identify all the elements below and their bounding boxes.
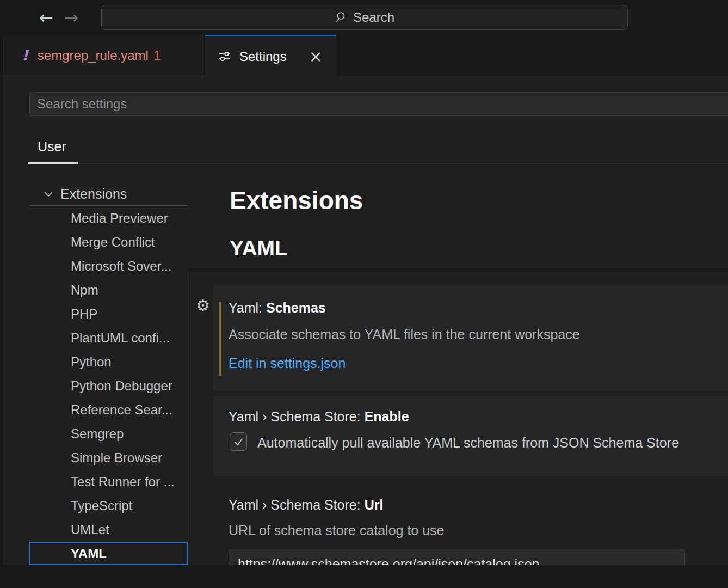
page-title: Extensions — [230, 187, 363, 214]
toc-item-reference-sear[interactable]: Reference Sear... — [29, 398, 188, 422]
toc-divider — [29, 205, 188, 206]
problems-exclamation-icon: ! — [22, 47, 28, 64]
settings-search-input[interactable] — [29, 92, 728, 116]
tab-error-count-badge: 1 — [153, 48, 161, 63]
tab-settings[interactable]: Settings × — [205, 35, 336, 76]
title-bar: ← → Search — [0, 0, 728, 35]
vscode-window: ← → Search ! semgrep_rule.yaml 1 — [0, 0, 728, 588]
setting-title: Yaml › Schema Store: Enable — [229, 408, 409, 425]
tab-bar: ! semgrep_rule.yaml 1 Settings × — [4, 35, 728, 76]
command-center-search[interactable]: Search — [101, 5, 628, 30]
setting-name: Schemas — [266, 300, 326, 315]
tab-filename: semgrep_rule.yaml — [38, 48, 149, 63]
tab-semgrep-rule-yaml[interactable]: ! semgrep_rule.yaml 1 — [4, 35, 205, 76]
command-center-label: Search — [353, 10, 394, 25]
settings-editor: User Extensions Media PreviewerMerge Con… — [4, 76, 728, 565]
toc-item-php[interactable]: PHP — [29, 302, 188, 326]
setting-category: Yaml: — [229, 300, 266, 315]
toc-item-umlet[interactable]: UMLet — [29, 518, 188, 542]
setting-title: Yaml › Schema Store: Url — [229, 497, 383, 513]
setting-row-yaml-schemas: Yaml: Schemas Associate schemas to YAML … — [213, 285, 728, 391]
chevron-down-icon — [44, 191, 53, 197]
forward-icon[interactable]: → — [64, 9, 78, 26]
bottom-strip — [0, 565, 728, 588]
toc-item-test-runner-for[interactable]: Test Runner for ... — [29, 470, 188, 494]
setting-category: Yaml › Schema Store: — [229, 409, 365, 424]
toc-item-simple-browser[interactable]: Simple Browser — [29, 446, 188, 470]
nav-arrows: ← → — [39, 0, 78, 35]
enable-checkbox[interactable] — [230, 432, 247, 451]
setting-name: Url — [365, 497, 384, 512]
back-icon[interactable]: ← — [39, 9, 53, 26]
settings-sliders-icon — [218, 50, 232, 64]
toc-item-plantuml-confi[interactable]: PlantUML confi... — [29, 326, 188, 350]
toc-item-microsoft-sover[interactable]: Microsoft Sover... — [29, 254, 188, 278]
scope-tab-user[interactable]: User — [38, 138, 66, 155]
tab-label: Settings — [239, 49, 287, 64]
toc-item-merge-conflict[interactable]: Merge Conflict — [29, 230, 188, 254]
toc-item-media-previewer[interactable]: Media Previewer — [29, 206, 188, 230]
scope-tabs-border — [28, 163, 728, 164]
edit-in-settings-json-link[interactable]: Edit in settings.json — [229, 355, 346, 371]
heading-divider — [188, 268, 728, 272]
setting-row-schema-store-enable: Yaml › Schema Store: Enable Automaticall… — [213, 396, 728, 476]
close-icon[interactable]: × — [309, 48, 323, 65]
toc-header-label: Extensions — [60, 186, 127, 202]
gear-icon[interactable]: ⚙ — [194, 296, 212, 315]
toc-header-extensions[interactable]: Extensions — [29, 183, 188, 205]
schema-store-url-input[interactable] — [229, 549, 685, 565]
toc-item-python[interactable]: Python — [29, 350, 188, 374]
checkmark-icon — [233, 436, 244, 448]
toc-item-python-debugger[interactable]: Python Debugger — [29, 374, 188, 398]
toc-list: Media PreviewerMerge ConflictMicrosoft S… — [29, 206, 188, 565]
section-title: YAML — [230, 236, 288, 260]
toc-right-border — [188, 273, 188, 565]
modified-indicator-bar — [219, 302, 221, 376]
setting-title: Yaml: Schemas — [229, 299, 326, 316]
sidebar-edge — [0, 35, 4, 565]
toc-item-yaml[interactable]: YAML — [29, 542, 188, 565]
toc-item-typescript[interactable]: TypeScript — [29, 494, 188, 518]
setting-name: Enable — [365, 409, 409, 424]
setting-description: URL of schema store catalog to use — [229, 522, 445, 538]
toc-item-npm[interactable]: Npm — [29, 278, 188, 302]
setting-category: Yaml › Schema Store: — [229, 497, 365, 512]
toc-item-semgrep[interactable]: Semgrep — [29, 422, 188, 446]
checkbox-label: Automatically pull available YAML schema… — [257, 434, 679, 451]
search-icon — [335, 11, 348, 24]
setting-row-schema-store-url: Yaml › Schema Store: Url URL of schema s… — [213, 490, 728, 565]
scope-tab-active-underline — [28, 162, 78, 164]
setting-description: Associate schemas to YAML files in the c… — [229, 326, 580, 342]
